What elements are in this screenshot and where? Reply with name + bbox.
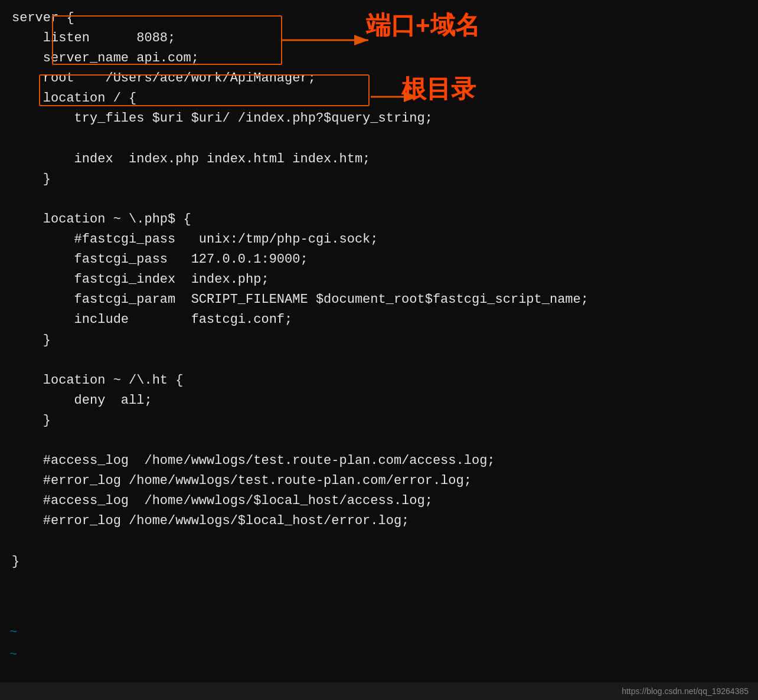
code-area: 端口+域名 根目录 server { listen 8088; server_n… [0, 0, 758, 578]
code-line-empty4 [12, 431, 746, 451]
code-line-fastcgi-index: fastcgi_index index.php; [12, 270, 746, 290]
code-line-fastcgi-pass-comment: #fastcgi_pass unix:/tmp/php-cgi.sock; [12, 230, 746, 250]
port-domain-label: 端口+域名 [366, 6, 480, 44]
code-line-error-log1: #error_log /home/wwwlogs/test.route-plan… [12, 471, 746, 491]
code-line-try-files: try_files $uri $uri/ /index.php?$query_s… [12, 109, 746, 129]
root-dir-label: 根目录 [401, 70, 476, 108]
code-line-loc2-close: } [12, 331, 746, 351]
code-line-loc3-open: location ~ /\.ht { [12, 371, 746, 391]
code-line-access-log1: #access_log /home/wwwlogs/test.route-pla… [12, 451, 746, 471]
code-line-empty1 [12, 129, 746, 149]
code-line-empty3 [12, 351, 746, 371]
code-line-empty5 [12, 531, 746, 551]
port-arrow [281, 28, 375, 52]
tilde-area: ~~ [9, 622, 17, 666]
code-line-loc2-open: location ~ \.php$ { [12, 210, 746, 230]
bottom-url: https://blog.csdn.net/qq_19264385 [622, 686, 749, 696]
code-line-access-log2: #access_log /home/wwwlogs/$local_host/ac… [12, 491, 746, 511]
code-line-loc3-close: } [12, 411, 746, 431]
code-line-error-log2: #error_log /home/wwwlogs/$local_host/err… [12, 511, 746, 531]
code-line-index: index index.php index.html index.htm; [12, 149, 746, 169]
bottom-bar: https://blog.csdn.net/qq_19264385 [0, 682, 758, 700]
code-line-loc1-close: } [12, 169, 746, 189]
code-line-deny: deny all; [12, 391, 746, 411]
code-line-fastcgi-pass: fastcgi_pass 127.0.0.1:9000; [12, 250, 746, 270]
code-line-server-name: server_name api.com; [12, 48, 746, 68]
code-line-empty2 [12, 189, 746, 210]
code-line-closing: } [12, 552, 746, 572]
code-line-fastcgi-param: fastcgi_param SCRIPT_FILENAME $document_… [12, 290, 746, 310]
code-line-include: include fastcgi.conf; [12, 310, 746, 330]
